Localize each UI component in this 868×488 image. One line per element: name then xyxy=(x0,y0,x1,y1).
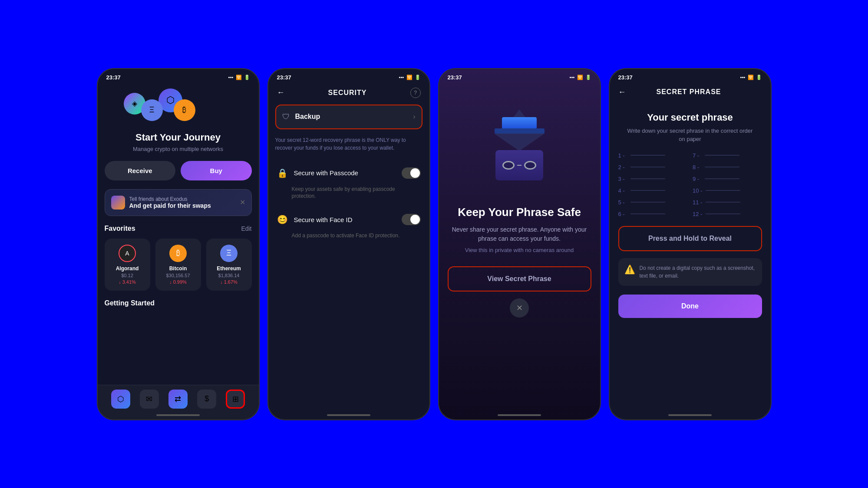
nav-send[interactable]: ✉ xyxy=(140,390,159,409)
faceid-sub: Add a passcode to activate Face ID prote… xyxy=(268,232,429,246)
press-hold-button[interactable]: Press and Hold to Reveal xyxy=(618,226,762,251)
signal-icon-3: ▪▪▪ xyxy=(570,75,575,80)
edit-label[interactable]: Edit xyxy=(241,225,251,232)
spy-hero xyxy=(439,84,600,206)
view-phrase-button[interactable]: View Secret Phrase xyxy=(448,266,591,291)
word-5: 5 - xyxy=(618,199,688,206)
word-2: 2 - xyxy=(618,164,688,170)
signal-icon-4: ▪▪▪ xyxy=(740,75,746,80)
time-2: 23:37 xyxy=(277,74,291,81)
status-bar-4: 23:37 ▪▪▪ 🛜 🔋 xyxy=(610,69,771,84)
word-9: 9 - xyxy=(693,176,762,182)
word-dash-2 xyxy=(630,167,665,167)
screen-secret-phrase: 23:37 ▪▪▪ 🛜 🔋 ← SECRET PHRASE Your secre… xyxy=(609,68,772,420)
nav-buy[interactable]: $ xyxy=(197,390,216,409)
btc-fav-icon: ₿ xyxy=(169,245,187,262)
btc-icon: ₿ xyxy=(174,99,195,121)
word-dash-8 xyxy=(705,167,739,167)
face-icon: 😊 xyxy=(277,214,288,225)
security-nav: ← SECURITY ? xyxy=(268,84,429,105)
faceid-toggle[interactable] xyxy=(402,214,421,225)
status-icons-1: ▪▪▪ 🛜 🔋 xyxy=(228,75,250,80)
nav-portfolio[interactable]: ⊞ xyxy=(226,390,245,409)
favorites-title: Favorites xyxy=(105,225,135,233)
close-button[interactable]: ✕ xyxy=(510,298,529,318)
word-7: 7 - xyxy=(693,152,762,159)
word-8: 8 - xyxy=(693,164,762,170)
toggle-knob xyxy=(410,168,420,178)
eth-price: $1,836.14 xyxy=(211,273,248,278)
battery-icon-3: 🔋 xyxy=(585,75,591,80)
time-1: 23:37 xyxy=(106,74,121,81)
word-dash-10 xyxy=(706,190,740,191)
referral-close[interactable]: ✕ xyxy=(240,198,245,206)
word-dash-3 xyxy=(630,178,665,179)
getting-started: Getting Started xyxy=(105,299,252,307)
fav-algorand[interactable]: A Algorand $0.12 ↓ 3.41% xyxy=(105,239,150,291)
home-nav-icon: ⬡ xyxy=(117,394,124,404)
portfolio-nav-icon: ⊞ xyxy=(232,394,239,404)
btc-change: ↓ 0.99% xyxy=(160,279,197,285)
word-grid: 1 - 7 - 2 - 8 - 3 - 9 - xyxy=(610,152,771,217)
fav-ethereum[interactable]: Ξ Ethereum $1,836.14 ↓ 1.67% xyxy=(206,239,252,291)
home-indicator-3 xyxy=(498,414,541,416)
signal-icon: ▪▪▪ xyxy=(228,75,234,80)
receive-button[interactable]: Receive xyxy=(105,161,176,180)
sp-title: SECRET PHRASE xyxy=(656,88,721,96)
passcode-toggle[interactable] xyxy=(402,167,421,179)
favorites-grid: A Algorand $0.12 ↓ 3.41% ₿ Bitcoin $30,1… xyxy=(105,239,252,291)
status-bar-2: 23:37 ▪▪▪ 🛜 🔋 xyxy=(268,69,429,84)
swap-nav-icon: ⇄ xyxy=(175,394,181,404)
buy-button[interactable]: Buy xyxy=(181,161,252,180)
referral-title: And get paid for their swaps xyxy=(129,202,211,209)
word-dash-11 xyxy=(706,202,740,203)
action-buttons: Receive Buy xyxy=(105,161,252,180)
word-dash-6 xyxy=(630,213,665,214)
word-10: 10 - xyxy=(693,187,762,194)
nav-home[interactable]: ⬡ xyxy=(111,390,130,409)
word-6: 6 - xyxy=(618,211,688,217)
sp-back-button[interactable]: ← xyxy=(618,88,626,97)
eth-name: Ethereum xyxy=(211,265,248,272)
lock-icon: 🔒 xyxy=(277,168,288,178)
wifi-icon: 🛜 xyxy=(236,75,242,80)
passcode-label: Secure with Passcode xyxy=(294,169,358,177)
referral-icon xyxy=(111,196,125,210)
algo-price: $0.12 xyxy=(109,273,146,278)
send-nav-icon: ✉ xyxy=(146,394,152,404)
time-4: 23:37 xyxy=(618,74,633,81)
keep-safe-sub: Never share your secret phrase. Anyone w… xyxy=(439,225,600,243)
status-bar-3: 23:37 ▪▪▪ 🛜 🔋 xyxy=(439,69,600,84)
start-subtitle: Manage crypto on multiple networks xyxy=(105,146,252,152)
glass-left xyxy=(502,161,515,170)
eth-fav-icon: Ξ xyxy=(220,245,238,262)
btc-name: Bitcoin xyxy=(160,265,197,272)
warning-icon: ⚠️ xyxy=(624,264,635,275)
nav-swap[interactable]: ⇄ xyxy=(168,390,188,409)
word-3: 3 - xyxy=(618,176,688,182)
phrase-sub: Write down your secret phrase in the cor… xyxy=(610,127,771,144)
word-12: 12 - xyxy=(693,211,762,217)
done-button[interactable]: Done xyxy=(618,295,762,318)
spy-body xyxy=(495,150,543,180)
word-dash-4 xyxy=(630,190,665,191)
keep-safe-title: Keep Your Phrase Safe xyxy=(439,206,600,219)
spy-figure xyxy=(494,109,545,180)
help-button[interactable]: ? xyxy=(410,88,421,98)
spy-glasses xyxy=(502,161,536,170)
passcode-row: 🔒 Secure with Passcode xyxy=(268,160,429,186)
screen-security: 23:37 ▪▪▪ 🛜 🔋 ← SECURITY ? 🛡 Backup › Yo… xyxy=(267,68,430,420)
keep-safe-private: View this in private with no cameras aro… xyxy=(439,247,600,253)
security-warning: Your secret 12-word recovery phrase is t… xyxy=(268,132,429,160)
back-button[interactable]: ← xyxy=(277,88,285,97)
hat-brim xyxy=(495,128,545,134)
word-dash-9 xyxy=(705,178,739,179)
btc-price: $30,156.57 xyxy=(160,273,197,278)
eth-icon: Ξ xyxy=(141,99,163,121)
word-11: 11 - xyxy=(693,199,762,206)
referral-banner[interactable]: Tell friends about Exodus And get paid f… xyxy=(105,189,252,216)
algo-change: ↓ 3.41% xyxy=(109,279,146,285)
home-indicator-4 xyxy=(668,414,712,416)
backup-row[interactable]: 🛡 Backup › xyxy=(275,105,422,129)
fav-bitcoin[interactable]: ₿ Bitcoin $30,156.57 ↓ 0.99% xyxy=(155,239,201,291)
